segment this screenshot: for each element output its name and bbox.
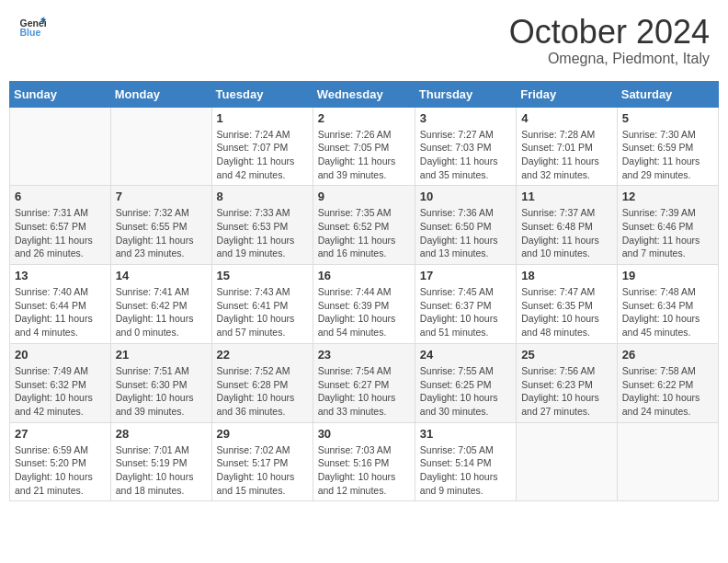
- day-info: Sunrise: 7:41 AMSunset: 6:42 PMDaylight:…: [116, 285, 207, 339]
- day-info: Sunrise: 7:39 AMSunset: 6:46 PMDaylight:…: [622, 206, 713, 260]
- calendar-cell: [517, 422, 618, 501]
- calendar-cell: 31Sunrise: 7:05 AMSunset: 5:14 PMDayligh…: [415, 422, 516, 501]
- calendar-cell: [617, 422, 718, 501]
- day-number: 2: [318, 111, 410, 125]
- calendar-cell: 6Sunrise: 7:31 AMSunset: 6:57 PMDaylight…: [10, 186, 111, 265]
- calendar-cell: 26Sunrise: 7:58 AMSunset: 6:22 PMDayligh…: [617, 343, 718, 422]
- week-row-0: 1Sunrise: 7:24 AMSunset: 7:07 PMDaylight…: [10, 107, 719, 186]
- day-number: 19: [622, 269, 713, 282]
- day-info: Sunrise: 7:43 AMSunset: 6:41 PMDaylight:…: [217, 285, 308, 339]
- day-info: Sunrise: 7:49 AMSunset: 6:32 PMDaylight:…: [15, 364, 106, 419]
- calendar-cell: 18Sunrise: 7:47 AMSunset: 6:35 PMDayligh…: [517, 265, 618, 344]
- week-row-3: 20Sunrise: 7:49 AMSunset: 6:32 PMDayligh…: [10, 343, 719, 422]
- day-number: 13: [15, 269, 106, 282]
- day-number: 15: [217, 269, 308, 282]
- day-info: Sunrise: 7:35 AMSunset: 6:52 PMDaylight:…: [318, 206, 410, 260]
- day-info: Sunrise: 7:24 AMSunset: 7:07 PMDaylight:…: [217, 128, 308, 182]
- day-number: 24: [420, 348, 511, 362]
- day-number: 1: [217, 111, 308, 125]
- location: Omegna, Piedmont, Italy: [509, 51, 710, 67]
- calendar-cell: 17Sunrise: 7:45 AMSunset: 6:37 PMDayligh…: [415, 265, 516, 344]
- calendar-cell: 15Sunrise: 7:43 AMSunset: 6:41 PMDayligh…: [211, 265, 313, 344]
- day-info: Sunrise: 7:52 AMSunset: 6:28 PMDaylight:…: [217, 364, 308, 419]
- calendar-cell: [110, 107, 211, 186]
- day-number: 28: [116, 427, 207, 441]
- day-info: Sunrise: 7:01 AMSunset: 5:19 PMDaylight:…: [116, 443, 207, 498]
- calendar-cell: 19Sunrise: 7:48 AMSunset: 6:34 PMDayligh…: [617, 265, 718, 344]
- calendar-cell: 25Sunrise: 7:56 AMSunset: 6:23 PMDayligh…: [517, 343, 618, 422]
- day-info: Sunrise: 7:33 AMSunset: 6:53 PMDaylight:…: [217, 206, 308, 260]
- calendar-cell: 23Sunrise: 7:54 AMSunset: 6:27 PMDayligh…: [313, 343, 415, 422]
- day-info: Sunrise: 7:54 AMSunset: 6:27 PMDaylight:…: [318, 364, 410, 419]
- logo: General Blue: [18, 14, 46, 41]
- day-info: Sunrise: 7:44 AMSunset: 6:39 PMDaylight:…: [318, 285, 410, 339]
- calendar-cell: 27Sunrise: 6:59 AMSunset: 5:20 PMDayligh…: [10, 422, 111, 501]
- day-number: 4: [521, 111, 612, 125]
- day-info: Sunrise: 7:58 AMSunset: 6:22 PMDaylight:…: [622, 364, 713, 419]
- header-thursday: Thursday: [415, 81, 516, 107]
- day-info: Sunrise: 7:36 AMSunset: 6:50 PMDaylight:…: [420, 206, 511, 260]
- calendar-cell: 11Sunrise: 7:37 AMSunset: 6:48 PMDayligh…: [517, 186, 618, 265]
- day-number: 26: [622, 348, 713, 362]
- title-area: October 2024 Omegna, Piedmont, Italy: [509, 14, 710, 67]
- calendar-cell: 24Sunrise: 7:55 AMSunset: 6:25 PMDayligh…: [415, 343, 516, 422]
- day-number: 11: [521, 190, 612, 203]
- header-monday: Monday: [110, 81, 211, 107]
- day-number: 5: [622, 111, 713, 125]
- day-info: Sunrise: 7:03 AMSunset: 5:16 PMDaylight:…: [318, 443, 410, 498]
- day-number: 27: [15, 427, 106, 441]
- calendar-cell: 21Sunrise: 7:51 AMSunset: 6:30 PMDayligh…: [110, 343, 211, 422]
- day-info: Sunrise: 7:02 AMSunset: 5:17 PMDaylight:…: [217, 443, 308, 498]
- day-number: 18: [521, 269, 612, 282]
- calendar-cell: 14Sunrise: 7:41 AMSunset: 6:42 PMDayligh…: [110, 265, 211, 344]
- day-info: Sunrise: 7:05 AMSunset: 5:14 PMDaylight:…: [420, 443, 511, 498]
- day-info: Sunrise: 7:56 AMSunset: 6:23 PMDaylight:…: [521, 364, 612, 419]
- day-info: Sunrise: 7:30 AMSunset: 6:59 PMDaylight:…: [622, 128, 713, 182]
- calendar-cell: 22Sunrise: 7:52 AMSunset: 6:28 PMDayligh…: [211, 343, 313, 422]
- week-row-1: 6Sunrise: 7:31 AMSunset: 6:57 PMDaylight…: [10, 186, 719, 265]
- calendar-cell: 2Sunrise: 7:26 AMSunset: 7:05 PMDaylight…: [313, 107, 415, 186]
- day-info: Sunrise: 7:32 AMSunset: 6:55 PMDaylight:…: [116, 206, 207, 260]
- day-info: Sunrise: 7:31 AMSunset: 6:57 PMDaylight:…: [15, 206, 106, 260]
- day-info: Sunrise: 7:40 AMSunset: 6:44 PMDaylight:…: [15, 285, 106, 339]
- day-number: 20: [15, 348, 106, 362]
- day-number: 3: [420, 111, 511, 125]
- day-number: 14: [116, 269, 207, 282]
- day-number: 10: [420, 190, 511, 203]
- day-info: Sunrise: 7:55 AMSunset: 6:25 PMDaylight:…: [420, 364, 511, 419]
- month-title: October 2024: [509, 14, 710, 51]
- day-number: 30: [318, 427, 410, 441]
- calendar-cell: 10Sunrise: 7:36 AMSunset: 6:50 PMDayligh…: [415, 186, 516, 265]
- day-info: Sunrise: 7:45 AMSunset: 6:37 PMDaylight:…: [420, 285, 511, 339]
- day-number: 25: [521, 348, 612, 362]
- calendar-cell: [10, 107, 111, 186]
- header-tuesday: Tuesday: [211, 81, 313, 107]
- day-number: 17: [420, 269, 511, 282]
- calendar-cell: 30Sunrise: 7:03 AMSunset: 5:16 PMDayligh…: [313, 422, 415, 501]
- calendar-cell: 16Sunrise: 7:44 AMSunset: 6:39 PMDayligh…: [313, 265, 415, 344]
- header-sunday: Sunday: [10, 81, 111, 107]
- header-friday: Friday: [517, 81, 618, 107]
- calendar-cell: 9Sunrise: 7:35 AMSunset: 6:52 PMDaylight…: [313, 186, 415, 265]
- header-wednesday: Wednesday: [313, 81, 415, 107]
- day-number: 29: [217, 427, 308, 441]
- calendar-cell: 28Sunrise: 7:01 AMSunset: 5:19 PMDayligh…: [110, 422, 211, 501]
- day-info: Sunrise: 7:48 AMSunset: 6:34 PMDaylight:…: [622, 285, 713, 339]
- calendar-cell: 29Sunrise: 7:02 AMSunset: 5:17 PMDayligh…: [211, 422, 313, 501]
- day-info: Sunrise: 7:26 AMSunset: 7:05 PMDaylight:…: [318, 128, 410, 182]
- calendar-header-row: SundayMondayTuesdayWednesdayThursdayFrid…: [10, 81, 719, 107]
- day-number: 8: [217, 190, 308, 203]
- week-row-2: 13Sunrise: 7:40 AMSunset: 6:44 PMDayligh…: [10, 265, 719, 344]
- day-number: 21: [116, 348, 207, 362]
- calendar-cell: 7Sunrise: 7:32 AMSunset: 6:55 PMDaylight…: [110, 186, 211, 265]
- calendar-cell: 1Sunrise: 7:24 AMSunset: 7:07 PMDaylight…: [211, 107, 313, 186]
- calendar-cell: 8Sunrise: 7:33 AMSunset: 6:53 PMDaylight…: [211, 186, 313, 265]
- calendar-cell: 12Sunrise: 7:39 AMSunset: 6:46 PMDayligh…: [617, 186, 718, 265]
- day-number: 6: [15, 190, 106, 203]
- day-number: 31: [420, 427, 511, 441]
- calendar-cell: 4Sunrise: 7:28 AMSunset: 7:01 PMDaylight…: [517, 107, 618, 186]
- day-info: Sunrise: 7:37 AMSunset: 6:48 PMDaylight:…: [521, 206, 612, 260]
- day-number: 7: [116, 190, 207, 203]
- week-row-4: 27Sunrise: 6:59 AMSunset: 5:20 PMDayligh…: [10, 422, 719, 501]
- calendar-cell: 5Sunrise: 7:30 AMSunset: 6:59 PMDaylight…: [617, 107, 718, 186]
